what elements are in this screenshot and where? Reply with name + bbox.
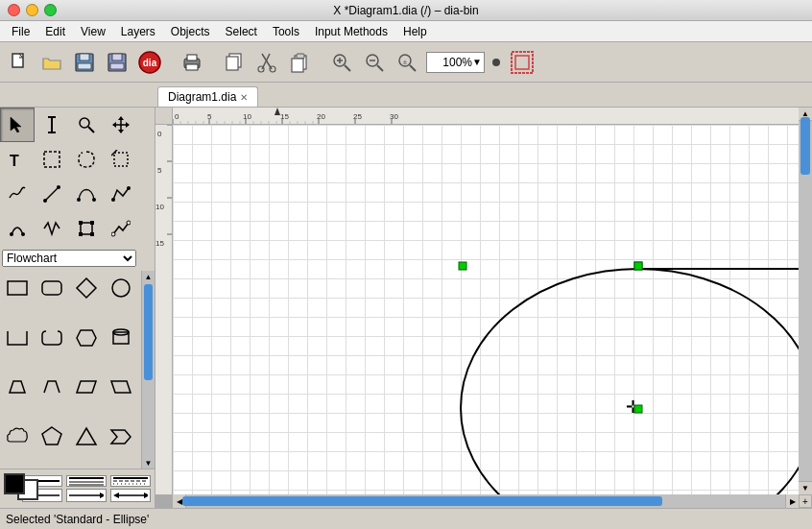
- scroll-tool[interactable]: [104, 108, 138, 142]
- zoom-dropdown-arrow[interactable]: ▼: [472, 57, 482, 67]
- copy-button[interactable]: [219, 47, 250, 78]
- window-controls[interactable]: [8, 4, 57, 16]
- hscroll-right-btn[interactable]: ▶: [785, 494, 799, 508]
- handle-top[interactable]: [634, 262, 642, 270]
- shape-chevron-right[interactable]: [104, 420, 138, 454]
- shape-scroll-up[interactable]: ▲: [142, 271, 155, 282]
- zoom-in-button[interactable]: [326, 47, 357, 78]
- shape-scroll-down[interactable]: ▼: [142, 457, 155, 469]
- arrow-both[interactable]: [110, 489, 151, 502]
- snap-grid-icon: [510, 50, 535, 75]
- hscroll-thumb[interactable]: [182, 496, 662, 506]
- shape-category-dropdown[interactable]: Flowchart UML Network Database: [2, 250, 153, 267]
- titlebar: X *Diagram1.dia (/) – dia-bin: [0, 0, 812, 21]
- arc-tool[interactable]: [0, 211, 35, 246]
- shape-trapezoid-open[interactable]: [35, 370, 69, 404]
- vertical-scrollbar[interactable]: ▲ ▼: [799, 108, 812, 494]
- select-tool[interactable]: [0, 108, 35, 142]
- print-icon: [181, 52, 203, 73]
- ellipse-shape[interactable]: [461, 269, 799, 494]
- tool-row-2: T: [0, 142, 155, 177]
- zigzag-tool[interactable]: [35, 211, 69, 246]
- text-cursor-tool[interactable]: [35, 108, 69, 142]
- tab-close-button[interactable]: ✕: [240, 92, 248, 103]
- svg-marker-89: [113, 493, 119, 498]
- shape-hexagon[interactable]: [69, 321, 104, 355]
- zoom-out-button[interactable]: [359, 47, 390, 78]
- rotate-tool[interactable]: [104, 142, 138, 177]
- zoom-fit-button[interactable]: ±: [392, 47, 422, 78]
- menu-input-methods[interactable]: Input Methods: [307, 23, 395, 40]
- shape-diamond[interactable]: [69, 271, 104, 305]
- shape-cylinder[interactable]: [104, 321, 138, 355]
- menu-objects[interactable]: Objects: [163, 23, 218, 40]
- open-button[interactable]: [36, 47, 67, 78]
- snap-grid-button[interactable]: [506, 46, 538, 79]
- maximize-button[interactable]: [44, 4, 57, 16]
- bezier-tool[interactable]: [69, 177, 104, 211]
- line-style-2[interactable]: [66, 475, 107, 487]
- close-button[interactable]: [8, 4, 20, 16]
- minimize-button[interactable]: [26, 4, 38, 16]
- connector-tool[interactable]: [104, 211, 138, 246]
- box-tool[interactable]: [69, 211, 104, 246]
- diagram-tab[interactable]: Diagram1.dia ✕: [157, 86, 258, 107]
- foreground-color-swatch[interactable]: [4, 473, 25, 494]
- shape-scrollbar[interactable]: ▲ ▼: [141, 271, 155, 469]
- svg-rect-10: [187, 55, 197, 60]
- svg-marker-75: [111, 381, 131, 393]
- zoom-input-container: ▼: [426, 52, 485, 73]
- vscroll-down-btn[interactable]: ▼: [799, 481, 812, 494]
- box-select-tool[interactable]: [35, 142, 69, 177]
- shape-rounded-open[interactable]: [35, 321, 69, 355]
- connector-line[interactable]: [638, 269, 799, 408]
- handle-left-mid[interactable]: [634, 405, 642, 413]
- shape-trapezoid[interactable]: [0, 370, 35, 404]
- menu-layers[interactable]: Layers: [113, 23, 163, 40]
- paste-button[interactable]: [284, 47, 315, 78]
- menu-edit[interactable]: Edit: [37, 23, 73, 40]
- shape-rect-open[interactable]: [0, 321, 35, 355]
- saveas-button[interactable]: [102, 47, 132, 78]
- arc-icon: [8, 219, 27, 238]
- new-button[interactable]: [4, 47, 35, 78]
- print-button[interactable]: [177, 47, 207, 78]
- menu-file[interactable]: File: [4, 23, 37, 40]
- handle-top-left[interactable]: [459, 262, 466, 270]
- shape-category-select[interactable]: Flowchart UML Network Database: [2, 250, 136, 267]
- text-tool[interactable]: T: [0, 142, 35, 177]
- menu-help[interactable]: Help: [395, 23, 435, 40]
- polyline-tool[interactable]: [104, 177, 138, 211]
- save-button[interactable]: [69, 47, 100, 78]
- freehand-tool[interactable]: [0, 177, 35, 211]
- menu-tools[interactable]: Tools: [265, 23, 307, 40]
- lasso-tool[interactable]: [69, 142, 104, 177]
- rotate-icon: [111, 150, 131, 169]
- line-style-3[interactable]: [110, 475, 151, 487]
- svg-marker-43: [112, 122, 116, 128]
- shape-scroll-thumb[interactable]: [144, 284, 153, 380]
- shape-rounded-rect[interactable]: [35, 271, 69, 305]
- shape-parallelogram-right[interactable]: [104, 370, 138, 404]
- copy-icon: [224, 52, 245, 73]
- vscroll-thumb[interactable]: [800, 117, 810, 175]
- shape-cloud[interactable]: [0, 420, 35, 454]
- box-handles-icon: [77, 219, 96, 238]
- shape-rect[interactable]: [0, 271, 35, 305]
- shape-triangle[interactable]: [69, 420, 104, 454]
- dia-logo-icon: dia: [137, 50, 162, 75]
- arrow-right[interactable]: [66, 489, 107, 502]
- shape-pentagon[interactable]: [35, 420, 69, 454]
- dia-logo-button[interactable]: dia: [134, 47, 165, 78]
- diagram-canvas[interactable]: ✛: [173, 125, 799, 494]
- menu-select[interactable]: Select: [218, 23, 265, 40]
- shape-parallelogram-left[interactable]: [69, 370, 104, 404]
- cut-button[interactable]: [251, 47, 282, 78]
- zoom-input[interactable]: [429, 56, 472, 69]
- horizontal-scrollbar[interactable]: ◀ ▶: [173, 494, 799, 508]
- line-tool[interactable]: [35, 177, 69, 211]
- menu-view[interactable]: View: [73, 23, 113, 40]
- shape-circle[interactable]: [104, 271, 138, 305]
- scroll-corner-button[interactable]: +: [799, 494, 812, 508]
- magnify-tool[interactable]: [69, 108, 104, 142]
